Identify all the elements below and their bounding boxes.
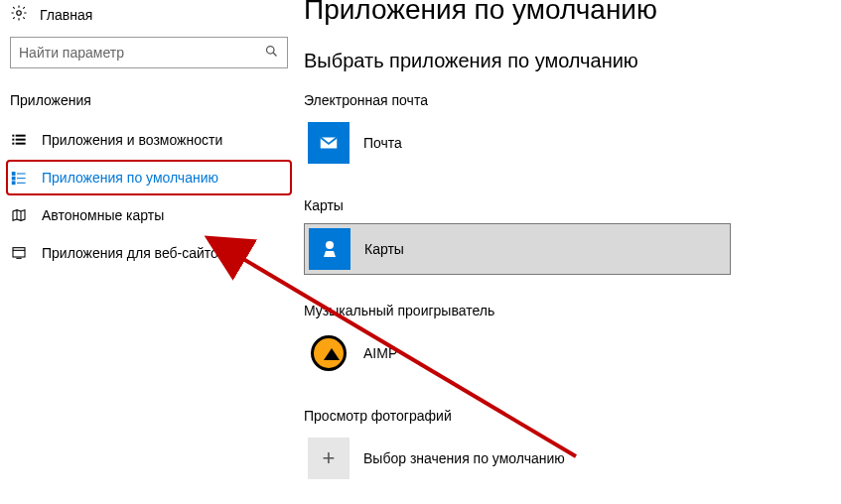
svg-rect-3 xyxy=(12,135,14,137)
svg-rect-11 xyxy=(12,177,15,180)
svg-rect-17 xyxy=(13,248,25,257)
svg-point-19 xyxy=(326,241,334,249)
search-input[interactable] xyxy=(19,45,264,61)
sub-title: Выбрать приложения по умолчанию xyxy=(304,50,821,72)
svg-rect-4 xyxy=(16,135,26,137)
main-content: Приложения по умолчанию Выбрать приложен… xyxy=(298,0,841,504)
sidebar: Главная Приложения Приложения и возможно… xyxy=(0,0,298,504)
search-box[interactable] xyxy=(10,37,288,68)
default-app-photos[interactable]: + Выбор значения по умолчанию xyxy=(304,434,821,483)
sidebar-item-default-apps[interactable]: Приложения по умолчанию xyxy=(6,160,292,195)
aimp-icon xyxy=(311,335,347,371)
nav-label: Автономные карты xyxy=(42,207,164,223)
category-music-title: Музыкальный проигрыватель xyxy=(304,303,821,318)
svg-rect-9 xyxy=(12,173,15,176)
app-label: Выбор значения по умолчанию xyxy=(363,450,565,466)
default-app-email[interactable]: Почта xyxy=(304,118,821,168)
map-icon xyxy=(10,207,28,223)
mail-icon xyxy=(308,122,350,164)
svg-point-1 xyxy=(267,47,275,55)
category-maps-title: Карты xyxy=(304,197,821,213)
gear-icon xyxy=(10,4,28,25)
app-label: AIMP xyxy=(363,345,397,361)
plus-icon: + xyxy=(308,438,350,479)
default-app-music[interactable]: AIMP xyxy=(304,328,821,378)
sidebar-item-offline-maps[interactable]: Автономные карты xyxy=(6,197,292,233)
nav-label: Приложения и возможности xyxy=(42,132,222,148)
nav-label: Приложения для веб-сайтов xyxy=(42,245,225,261)
website-icon xyxy=(10,245,28,261)
defaults-icon xyxy=(10,170,28,186)
app-label: Карты xyxy=(364,241,404,257)
home-label: Главная xyxy=(40,7,92,23)
app-label: Почта xyxy=(363,135,402,151)
category-photos-title: Просмотр фотографий xyxy=(304,408,821,424)
sidebar-section-title: Приложения xyxy=(6,92,292,120)
search-icon xyxy=(264,44,279,62)
home-link[interactable]: Главная xyxy=(6,0,292,33)
sidebar-item-web-apps[interactable]: Приложения для веб-сайтов xyxy=(6,235,292,271)
svg-rect-5 xyxy=(12,139,14,141)
sidebar-item-apps-features[interactable]: Приложения и возможности xyxy=(6,122,292,158)
svg-point-0 xyxy=(17,11,22,16)
svg-rect-13 xyxy=(12,182,15,185)
svg-rect-6 xyxy=(16,139,26,141)
page-title: Приложения по умолчанию xyxy=(304,0,821,26)
svg-line-2 xyxy=(273,53,276,56)
category-email-title: Электронная почта xyxy=(304,92,821,108)
svg-rect-7 xyxy=(12,143,14,145)
default-app-maps[interactable]: Карты xyxy=(304,223,731,275)
list-icon xyxy=(10,132,28,148)
nav-label: Приложения по умолчанию xyxy=(42,170,218,186)
maps-app-icon xyxy=(309,228,350,270)
svg-rect-8 xyxy=(16,143,26,145)
